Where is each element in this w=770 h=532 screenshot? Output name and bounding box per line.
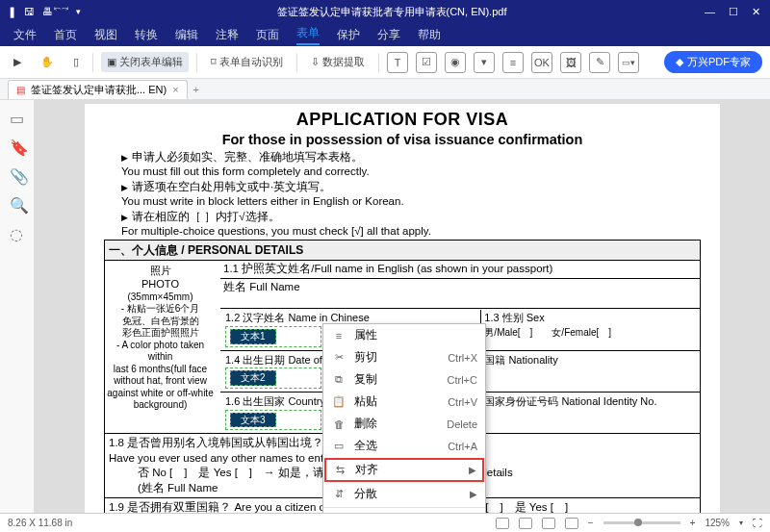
close-form-edit-button[interactable]: ▣ 关闭表单编辑 bbox=[101, 52, 189, 72]
window-title: 签证签发认定申请获批者专用申请表(CN, EN).pdf bbox=[89, 5, 695, 19]
context-menu-item[interactable]: ✂剪切Ctrl+X bbox=[323, 346, 485, 368]
context-menu-item[interactable]: ⎘创建多个副本 bbox=[323, 510, 485, 513]
context-menu-icon: ≡ bbox=[331, 330, 346, 342]
photo-note: against white or off-white bbox=[107, 388, 214, 400]
pointer-tool-icon[interactable]: ▶ bbox=[8, 53, 27, 71]
save-icon[interactable]: 🖫 bbox=[24, 6, 35, 17]
context-menu-icon: ✂ bbox=[331, 351, 346, 364]
radio-tool-icon[interactable]: ◉ bbox=[445, 52, 466, 73]
field-1-3-label: 1.3 性别 Sex bbox=[484, 312, 544, 323]
photo-note: 免冠、白色背景的 bbox=[107, 316, 214, 328]
close-icon[interactable]: ✕ bbox=[752, 6, 760, 18]
signature-tool-icon[interactable]: ✎ bbox=[589, 52, 610, 73]
view-two-page-icon[interactable] bbox=[542, 518, 555, 529]
menu-share[interactable]: 分享 bbox=[377, 27, 400, 43]
context-menu-shortcut: Ctrl+A bbox=[448, 441, 477, 452]
context-menu-item[interactable]: 🗑删除Delete bbox=[323, 413, 485, 435]
status-bar: 8.26 X 11.68 in − + 125% ▾ ⛶ bbox=[0, 513, 770, 532]
menu-edit[interactable]: 编辑 bbox=[175, 27, 198, 43]
app-logo-icon: ❚ bbox=[8, 6, 16, 18]
instruction-line: 请逐项在空白处用韩文或中·英文填写。 bbox=[121, 180, 701, 195]
zoom-in-icon[interactable]: + bbox=[690, 518, 696, 528]
checkbox-tool-icon[interactable]: ☑ bbox=[416, 52, 437, 73]
doc-tab-close-icon[interactable]: × bbox=[172, 84, 178, 95]
menu-comment[interactable]: 注释 bbox=[216, 27, 239, 43]
menu-convert[interactable]: 转换 bbox=[135, 27, 158, 43]
context-menu-item[interactable]: ⇆对齐▶ bbox=[324, 458, 484, 482]
form-field-text2[interactable]: 文本2 bbox=[225, 367, 321, 389]
image-tool-icon[interactable]: 🖼 bbox=[560, 52, 581, 73]
search-icon[interactable]: 🔍 bbox=[10, 196, 25, 212]
doc-tab-label: 签证签发认定申请获批... EN) bbox=[31, 83, 167, 97]
doc-title: APPLICATION FOR VISA bbox=[104, 108, 701, 131]
view-continuous-icon[interactable] bbox=[519, 518, 532, 529]
menu-help[interactable]: 帮助 bbox=[418, 27, 441, 43]
context-menu-label: 属性 bbox=[354, 327, 477, 343]
doc-subtitle: For those in possession of visa issuance… bbox=[104, 131, 701, 150]
button-tool-icon[interactable]: OK bbox=[531, 52, 552, 73]
form-field-text1[interactable]: 文本1 bbox=[225, 326, 321, 347]
separator bbox=[92, 53, 93, 72]
context-menu-label: 分散 bbox=[354, 486, 462, 502]
layers-icon[interactable]: ◌ bbox=[10, 225, 25, 241]
context-menu-shortcut: Ctrl+X bbox=[448, 352, 477, 364]
zoom-dropdown-icon[interactable]: ▾ bbox=[739, 519, 743, 527]
auto-detect-fields-button[interactable]: ⌑ 表单自动识别 bbox=[205, 52, 289, 72]
form-field-text3[interactable]: 文本3 bbox=[225, 410, 321, 431]
context-menu-icon: 🗑 bbox=[331, 418, 346, 430]
view-single-icon[interactable] bbox=[496, 518, 509, 529]
context-menu-label: 删除 bbox=[354, 416, 439, 432]
menu-page[interactable]: 页面 bbox=[256, 27, 279, 43]
bookmarks-icon[interactable]: 🔖 bbox=[10, 139, 25, 154]
minimize-icon[interactable]: — bbox=[705, 6, 715, 18]
thumbnails-icon[interactable]: ▭ bbox=[10, 110, 25, 125]
fullscreen-icon[interactable]: ⛶ bbox=[753, 518, 762, 528]
close-form-edit-label: 关闭表单编辑 bbox=[119, 55, 183, 69]
upgrade-pill-label: 万兴PDF专家 bbox=[687, 55, 751, 69]
instruction-line: For multiple-choice questions, you must … bbox=[121, 224, 701, 240]
select-tool-icon[interactable]: ▯ bbox=[67, 53, 85, 71]
dropdown-icon[interactable]: ▾ bbox=[76, 7, 81, 16]
document-tab[interactable]: ▤ 签证签发认定申请获批... EN) × bbox=[8, 80, 188, 99]
left-sidebar: ▭ 🔖 📎 🔍 ◌ bbox=[0, 100, 35, 513]
photo-note: last 6 months(full face bbox=[107, 364, 214, 376]
context-menu-item[interactable]: ▭全选Ctrl+A bbox=[323, 435, 485, 457]
instruction-line: 请在相应的［ ］内打√选择。 bbox=[121, 210, 701, 225]
new-tab-button[interactable]: + bbox=[193, 84, 199, 95]
separator bbox=[378, 53, 379, 72]
title-bar: ❚ 🖫 🖶 ⃔ ⃕ ▾ 签证签发认定申请获批者专用申请表(CN, EN).pdf… bbox=[0, 0, 770, 23]
date-tool-icon[interactable]: ▭▾ bbox=[618, 52, 639, 73]
text-field-tool-icon[interactable]: T bbox=[387, 52, 408, 73]
zoom-out-icon[interactable]: − bbox=[588, 518, 594, 528]
context-menu: ≡属性✂剪切Ctrl+X⧉复制Ctrl+C📋粘贴Ctrl+V🗑删除Delete▭… bbox=[322, 323, 486, 513]
context-menu-icon: ⧉ bbox=[331, 373, 346, 386]
maximize-icon[interactable]: ☐ bbox=[729, 6, 738, 18]
menu-file[interactable]: 文件 bbox=[13, 27, 37, 43]
print-icon[interactable]: 🖶 bbox=[42, 6, 53, 17]
listbox-tool-icon[interactable]: ≡ bbox=[502, 52, 524, 73]
context-menu-item[interactable]: 📋粘贴Ctrl+V bbox=[323, 391, 485, 413]
context-menu-label: 粘贴 bbox=[354, 393, 440, 410]
page-dimensions: 8.26 X 11.68 in bbox=[8, 518, 72, 528]
attachments-icon[interactable]: 📎 bbox=[10, 167, 25, 183]
instruction-line: You must write in block letters either i… bbox=[121, 194, 701, 210]
form-field-chip: 文本2 bbox=[230, 370, 276, 386]
view-two-continuous-icon[interactable] bbox=[565, 518, 578, 529]
menu-form[interactable]: 表单 bbox=[296, 25, 320, 45]
menu-protect[interactable]: 保护 bbox=[337, 27, 360, 43]
context-menu-item[interactable]: ≡属性 bbox=[323, 324, 485, 346]
combobox-tool-icon[interactable]: ▾ bbox=[474, 52, 495, 73]
photo-note: - A color photo taken within bbox=[107, 340, 214, 364]
hand-tool-icon[interactable]: ✋ bbox=[35, 53, 60, 71]
context-menu-item[interactable]: ⧉复制Ctrl+C bbox=[323, 368, 485, 391]
photo-note: background) bbox=[107, 399, 214, 412]
upgrade-pill[interactable]: ◆万兴PDF专家 bbox=[664, 51, 762, 73]
menu-home[interactable]: 首页 bbox=[54, 27, 77, 43]
menu-view[interactable]: 视图 bbox=[94, 27, 117, 43]
data-extract-button[interactable]: ⇩ 数据提取 bbox=[305, 52, 371, 72]
context-menu-item[interactable]: ⇵分散▶ bbox=[323, 483, 485, 505]
context-menu-shortcut: Delete bbox=[447, 418, 477, 430]
zoom-slider[interactable] bbox=[603, 521, 680, 524]
photo-title-en: PHOTO bbox=[107, 278, 214, 291]
photo-note: 彩色正面护照照片 bbox=[107, 327, 214, 340]
